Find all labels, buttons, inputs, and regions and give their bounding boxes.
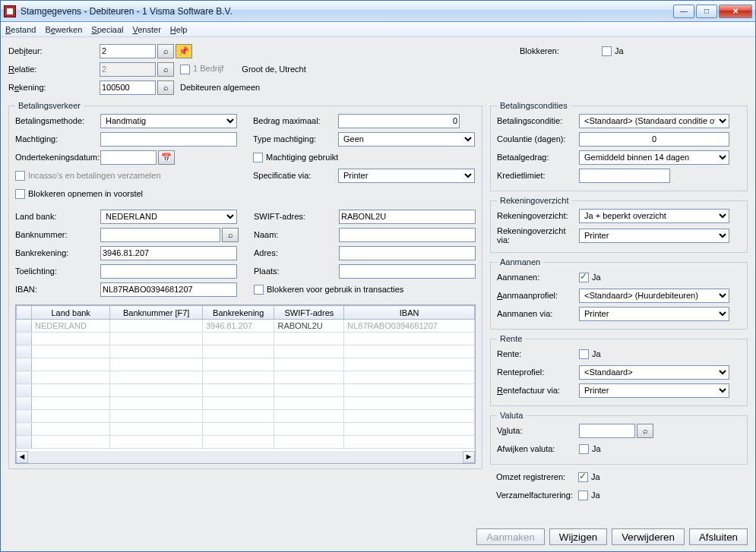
blok-trans-label: Blokkeren voor gebruik in transacties [267,285,403,294]
machtiging-field[interactable] [100,132,237,147]
omzet-checkbox[interactable] [578,472,588,482]
verwijderen-button[interactable]: Verwijderen [612,528,685,545]
rekov-via-select[interactable]: Printer [579,229,729,243]
kredietlimiet-label: Kredietlimiet: [497,171,579,180]
rekening-label: Rekening: [8,83,100,92]
rekening-field[interactable] [100,80,156,95]
afwijken-label: Afwijken valuta: [497,444,579,453]
menu-help[interactable]: Help [170,25,188,34]
afsluiten-button[interactable]: Afsluiten [689,528,748,545]
rente-group: Rente Rente: Ja Renteprofiel: <Standaard… [490,334,748,406]
ondertek-field[interactable] [100,150,157,165]
swift-label: SWIFT-adres: [254,212,339,221]
menu-bewerken[interactable]: Bewerken [45,25,82,34]
close-button[interactable]: ✕ [719,5,752,18]
app-icon [4,5,16,17]
aanmaken-button: Aanmaken [476,528,545,545]
debiteur-pin-icon[interactable]: 📌 [176,44,192,58]
rekov-legend: Rekeningoverzicht [497,196,572,205]
grid-col-iban[interactable]: IBAN [344,306,475,320]
aanmaanprofiel-select[interactable]: <Standaard> (Huurdebiteuren) [579,289,729,303]
naam-field[interactable] [339,228,476,242]
plaats-field[interactable] [339,264,476,279]
blokkeren-ja: Ja [615,46,624,55]
debiteur-lookup-icon[interactable]: ⌕ [157,44,174,58]
scroll-right-icon[interactable]: ► [463,451,475,463]
specificatie-select[interactable]: Printer [338,169,475,183]
debiteur-label: Debiteur: [8,46,100,55]
methode-select[interactable]: Handmatig [100,114,237,128]
grid-col-banknummer[interactable]: Banknummer [F7] [110,306,203,320]
grid-scrollbar[interactable]: ◄ ► [16,451,475,463]
rekov-group: Rekeningoverzicht Rekeningoverzicht: Ja … [490,196,748,253]
blokkeren-voorstel-checkbox[interactable] [15,189,25,199]
calendar-icon[interactable]: 📅 [158,150,175,165]
gedrag-select[interactable]: Gemiddeld binnen 14 dagen [579,150,729,165]
aanmanen-via-label: Aanmanen via: [497,309,579,318]
type-machtiging-label: Type machtiging: [253,134,338,144]
machtiging-gebruikt-label: Machtiging gebruikt [266,153,338,162]
machtiging-label: Machtiging: [15,134,100,144]
verzamel-label: Verzamelfacturering: [496,490,578,500]
maximize-button[interactable]: □ [696,5,717,18]
swift-field[interactable] [339,210,476,224]
valuta-field[interactable] [579,424,635,438]
table-row[interactable]: NEDERLAND 3946.81.207 RABONL2U NL87RABO0… [17,320,475,333]
grid-col-rowhdr [17,306,32,320]
rentefactuur-select[interactable]: Printer [579,383,729,398]
blok-trans-checkbox[interactable] [254,285,264,295]
menu-venster[interactable]: Venster [133,25,161,34]
landbank-label: Land bank: [15,212,100,221]
renteprofiel-select[interactable]: <Standaard> [579,365,729,380]
coulantie-field[interactable] [579,132,729,147]
gedrag-label: Betaalgedrag: [497,153,579,162]
rekov-via-label: Rekeningoverzicht via: [497,226,579,244]
naam-label: Naam: [254,230,339,239]
relatie-lookup-icon[interactable]: ⌕ [157,62,174,77]
rekov-select[interactable]: Ja + beperkt overzicht [579,209,729,223]
omzet-label: Omzet registreren: [496,472,578,481]
machtiging-gebruikt-checkbox[interactable] [253,153,263,162]
afwijken-checkbox[interactable] [579,444,589,454]
condities-legend: Betalingscondities [497,101,571,110]
grid-col-bankrekening[interactable]: Bankrekening [202,306,274,320]
aanmanen-label: Aanmanen: [497,273,579,282]
adres-field[interactable] [339,246,476,260]
plaats-label: Plaats: [254,267,339,276]
verzamel-checkbox[interactable] [578,490,588,500]
banknummer-field[interactable] [100,228,220,242]
rente-checkbox[interactable] [579,349,589,359]
aanmanen-via-select[interactable]: Printer [579,307,729,321]
condities-group: Betalingscondities Betalingsconditie: <S… [490,101,748,191]
type-machtiging-select[interactable]: Geen [338,132,475,147]
scroll-left-icon[interactable]: ◄ [16,451,28,463]
rekening-lookup-icon[interactable]: ⌕ [157,80,174,95]
valuta-lookup-icon[interactable]: ⌕ [637,424,653,438]
bank-grid[interactable]: Land bank Banknummer [F7] Bankrekening S… [15,304,476,464]
toelichting-field[interactable] [100,264,237,279]
grid-col-landbank[interactable]: Land bank [32,306,110,320]
aanmanen-checkbox[interactable] [579,273,589,282]
landbank-select[interactable]: NEDERLAND [100,210,237,224]
adres-label: Adres: [254,248,339,257]
wijzigen-button[interactable]: Wijzigen [549,528,607,545]
cond-select[interactable]: <Standaard> (Standaard conditie ove [579,114,729,128]
debiteur-field[interactable] [100,44,156,58]
grid-col-swift[interactable]: SWIFT-adres [274,306,344,320]
menu-bestand[interactable]: Bestand [5,25,36,34]
bedrag-field[interactable] [338,114,460,128]
iban-field[interactable] [100,282,237,297]
menu-speciaal[interactable]: Speciaal [91,25,123,34]
banknummer-lookup-icon[interactable]: ⌕ [222,228,239,242]
blokkeren-checkbox[interactable] [602,46,612,56]
iban-label: IBAN: [15,285,100,294]
incasso-checkbox [15,171,25,181]
app-window: Stamgegevens - Debiteuren - 1 Visma Soft… [0,0,756,552]
minimize-button[interactable]: — [673,5,694,18]
kredietlimiet-field[interactable] [579,169,670,183]
aanmanen-group: Aanmanen Aanmanen: Ja Aanmaanprofiel: <S… [490,257,748,330]
rekov-label: Rekeningoverzicht: [497,211,579,220]
banknummer-label: Banknummer: [15,230,100,239]
rentefactuur-label: Rentefactuur via: [497,386,579,395]
bankrekening-field[interactable] [100,246,237,260]
